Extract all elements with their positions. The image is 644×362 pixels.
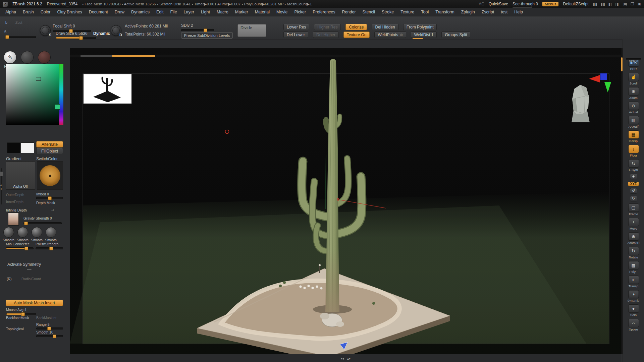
- quicksave-button[interactable]: QuickSave: [489, 2, 508, 6]
- rotate-button[interactable]: ↻ Rotate: [626, 247, 641, 259]
- see-through-slider[interactable]: See-through 0: [513, 2, 538, 6]
- menu-item[interactable]: Zscript: [478, 8, 498, 16]
- imbed-slider[interactable]: [36, 197, 63, 199]
- saturation-value-square[interactable]: [6, 64, 59, 125]
- depth-mask-button[interactable]: Depth Mask: [36, 201, 55, 205]
- main-color-swatch[interactable]: [7, 142, 20, 153]
- menu-item[interactable]: Transform: [432, 8, 458, 16]
- menu-item[interactable]: Stroke: [378, 8, 397, 16]
- alternate-button[interactable]: Alternate: [36, 141, 63, 147]
- xpose-button[interactable]: ∴ Xpose: [626, 319, 641, 331]
- menu-item[interactable]: Light: [198, 8, 213, 16]
- zoom3d-button[interactable]: ⊕ Zoom3D: [626, 232, 641, 245]
- menu-item[interactable]: Texture: [397, 8, 418, 16]
- rotate-cw-icon-button[interactable]: ↻: [626, 196, 641, 201]
- canvas-top-scrollbar[interactable]: [70, 55, 621, 57]
- sym-z-button[interactable]: [19, 269, 22, 270]
- smooth-curve-button[interactable]: Smooth: [17, 227, 28, 242]
- lock-icon-button[interactable]: ◈: [626, 174, 641, 179]
- del-lower-button[interactable]: Del Lower: [283, 32, 308, 38]
- secondary-color-swatch[interactable]: [21, 142, 34, 153]
- menu-item[interactable]: Clay Brushes: [54, 8, 86, 16]
- scroll-button[interactable]: ☝ Scroll: [626, 73, 641, 85]
- menu-item[interactable]: Brush: [19, 8, 37, 16]
- topological-button[interactable]: Topological: [6, 327, 24, 331]
- sdiv-slider[interactable]: [181, 29, 214, 31]
- xyz-button[interactable]: XYZ: [626, 181, 641, 186]
- draw-size-slider[interactable]: [56, 37, 96, 39]
- dynamic-button[interactable]: ◑ dynamic: [626, 290, 641, 302]
- sym-y-button[interactable]: [12, 269, 15, 270]
- backface-mask-button[interactable]: BackfaceMask: [6, 316, 29, 320]
- menu-item[interactable]: Marker: [232, 8, 252, 16]
- colorize-button[interactable]: Colorize: [345, 24, 367, 30]
- panel-collapse-arrows[interactable]: ◂ ◂: [0, 184, 2, 190]
- panel-toggle-icon[interactable]: ▮▮: [593, 2, 598, 6]
- mouse-avg-label[interactable]: Mouse Avg 4: [6, 308, 26, 312]
- menu-item[interactable]: Zplugin: [458, 8, 478, 16]
- smooth-curve-button[interactable]: Smooth: [46, 227, 56, 242]
- menu-item[interactable]: Picker: [291, 8, 309, 16]
- persp-button[interactable]: ▦ Persp: [626, 130, 641, 143]
- alpha-thumbnail[interactable]: Alpha Off: [6, 161, 35, 190]
- smooth10-slider[interactable]: [36, 335, 63, 337]
- menu-item[interactable]: File: [167, 8, 180, 16]
- menu-item[interactable]: Alpha: [2, 8, 19, 16]
- default-zscript-button[interactable]: DefaultZScript: [563, 2, 588, 6]
- del-hidden-button[interactable]: Del Hidden: [372, 24, 398, 30]
- from-polypaint-button[interactable]: From Polypaint: [403, 24, 437, 30]
- smooth-curve-button[interactable]: Smooth: [3, 227, 14, 242]
- freeze-subdivision-button[interactable]: Freeze SubDivision Levels: [181, 32, 233, 39]
- stroke-thumbnail[interactable]: [37, 161, 63, 190]
- nav-arrows-left-icon[interactable]: ◂◂: [340, 357, 344, 360]
- dynamic-toggle[interactable]: Dynamic: [93, 31, 110, 36]
- weld-dist-slider[interactable]: WeldDist 1: [411, 32, 437, 38]
- menu-item[interactable]: Preferences: [309, 8, 338, 16]
- rotate-ccw-icon-button[interactable]: ↺: [626, 188, 641, 194]
- transparent-button[interactable]: ◐ Transp: [626, 276, 641, 288]
- color-picker[interactable]: [6, 64, 63, 125]
- mouse-avg-slider[interactable]: [6, 313, 36, 315]
- activate-symmetry-button[interactable]: Activate Symmetry: [7, 262, 41, 267]
- polish-strength-slider[interactable]: [36, 247, 63, 249]
- polish-strength-label[interactable]: PolishStrength: [36, 242, 58, 246]
- menu-item[interactable]: Tool: [418, 8, 432, 16]
- menu-item[interactable]: test: [497, 8, 511, 16]
- infinite-depth-button[interactable]: Infinite Depth: [6, 208, 27, 212]
- local-symmetry-button[interactable]: ⇆ L.Sym: [626, 159, 641, 172]
- gravity-strength-label[interactable]: Gravity Strength 0: [23, 216, 52, 220]
- nav-arrows-updown-icon[interactable]: ▴▾: [347, 357, 351, 360]
- polyframe-button[interactable]: ▩ PolyF: [626, 261, 641, 274]
- menu-item[interactable]: Stencil: [359, 8, 379, 16]
- focal-shift-gauge[interactable]: S: [40, 25, 51, 36]
- menu-item[interactable]: Dynamics: [128, 8, 153, 16]
- menu-item[interactable]: Draw: [111, 8, 128, 16]
- fill-object-button[interactable]: FillObject: [36, 148, 63, 154]
- menu-item[interactable]: Document: [86, 8, 111, 16]
- switch-color-button[interactable]: SwitchColor: [36, 157, 58, 161]
- divide-button[interactable]: Divide: [237, 24, 266, 37]
- scrollbar-segment[interactable]: [80, 55, 112, 57]
- solo-button[interactable]: ● Solo: [626, 304, 641, 317]
- panel-toggle-icon[interactable]: ▮▮: [601, 2, 605, 6]
- floor-button[interactable]: ↓ Floor: [626, 145, 641, 157]
- higher-res-button[interactable]: Higher Res: [314, 24, 341, 30]
- intensity-slider[interactable]: [5, 36, 36, 38]
- hue-strip[interactable]: [59, 64, 63, 125]
- window-control-icon[interactable]: ▣: [638, 2, 641, 6]
- smooth10-label[interactable]: Smooth 10: [36, 330, 53, 334]
- lower-res-button[interactable]: Lower Res: [283, 24, 309, 30]
- gradient-button[interactable]: Gradient: [6, 157, 21, 161]
- weld-points-button[interactable]: WeldPoints◎: [374, 32, 406, 38]
- menu-item[interactable]: Movie: [273, 8, 291, 16]
- menu-item[interactable]: Color: [37, 8, 54, 16]
- density-gauge[interactable]: D: [111, 25, 121, 36]
- min-connected-label[interactable]: Min Connectec: [6, 242, 30, 246]
- aahalf-button[interactable]: ▥ AAHalf: [626, 116, 641, 128]
- spix-slider[interactable]: SPix 3: [626, 58, 641, 60]
- menu-item[interactable]: Render: [339, 8, 359, 16]
- sym-m-button[interactable]: [26, 269, 32, 270]
- move-button[interactable]: + Move: [626, 218, 641, 230]
- menu-item[interactable]: Layer: [180, 8, 198, 16]
- radial-symmetry-label[interactable]: (R): [7, 277, 12, 281]
